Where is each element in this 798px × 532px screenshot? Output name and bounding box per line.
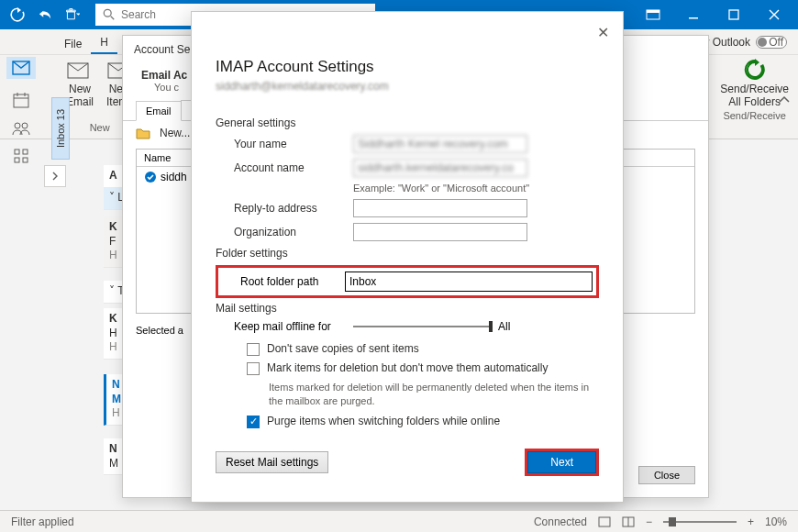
keep-offline-label: Keep mail offline for — [234, 320, 353, 333]
folder-icon — [136, 127, 150, 139]
dialog-title: IMAP Account Settings — [216, 58, 599, 76]
new-account-button[interactable]: New... — [160, 127, 190, 139]
imap-settings-dialog: ✕ IMAP Account Settings siddharth@kernel… — [191, 11, 624, 503]
organization-field[interactable] — [353, 223, 527, 241]
dialog-close-icon[interactable]: ✕ — [592, 21, 614, 43]
zoom-slider[interactable] — [663, 521, 737, 523]
tab-file[interactable]: File — [55, 34, 91, 54]
mark-deletion-checkbox[interactable] — [247, 362, 260, 375]
section-general: General settings — [216, 116, 599, 129]
ribbon-group-sr: Send/Receive — [723, 110, 786, 121]
svg-rect-12 — [15, 150, 19, 154]
module-strip — [4, 33, 39, 163]
maximize-icon[interactable] — [714, 1, 754, 28]
mark-deletion-label: Mark items for deletion but don't move t… — [267, 361, 548, 374]
reset-mail-button[interactable]: Reset Mail settings — [216, 451, 328, 473]
status-bar: Filter applied Connected − + 10% — [0, 510, 798, 532]
zoom-out-icon[interactable]: − — [646, 515, 652, 528]
section-folder: Folder settings — [216, 247, 599, 260]
folder-pane-expand-icon[interactable] — [44, 165, 66, 187]
keep-offline-value: All — [498, 320, 510, 333]
svg-rect-15 — [23, 158, 28, 162]
svg-rect-13 — [23, 150, 28, 154]
svg-rect-2 — [647, 10, 659, 13]
reply-to-field[interactable] — [353, 199, 527, 217]
svg-rect-17 — [599, 517, 610, 526]
close-button[interactable]: Close — [638, 466, 695, 484]
undo-icon[interactable] — [31, 2, 59, 28]
more-apps-icon[interactable] — [14, 149, 28, 163]
svg-rect-4 — [729, 10, 738, 19]
dont-save-checkbox[interactable] — [247, 343, 260, 356]
account-name-field[interactable] — [353, 159, 527, 177]
ribbon-collapse-icon[interactable] — [778, 94, 791, 106]
svg-point-11 — [22, 123, 28, 128]
close-window-icon[interactable] — [754, 1, 794, 28]
ribbon-group-new: New — [90, 122, 110, 133]
refresh-icon[interactable] — [4, 2, 31, 28]
calendar-module-icon[interactable] — [13, 92, 29, 108]
svg-rect-3 — [689, 17, 698, 19]
deletion-note: Items marked for deletion will be perman… — [216, 381, 599, 409]
next-button-highlight: Next — [525, 449, 599, 476]
svg-rect-14 — [15, 158, 19, 162]
keep-offline-slider[interactable] — [353, 326, 491, 327]
reply-to-label: Reply-to address — [234, 202, 353, 215]
svg-point-0 — [104, 9, 111, 17]
new-outlook-toggle[interactable]: Off — [756, 36, 787, 49]
purge-checkbox[interactable]: ✓ — [247, 416, 260, 428]
organization-label: Organization — [234, 226, 353, 238]
dialog-subtitle: siddharth@kerneldatarecovery.com — [216, 80, 599, 93]
your-name-label: Your name — [234, 138, 353, 150]
inbox-tab-vertical[interactable]: Inbox 13 — [51, 97, 70, 160]
view-normal-icon[interactable] — [598, 516, 611, 527]
people-module-icon[interactable] — [12, 121, 30, 136]
account-name-hint: Example: "Work" or "Microsoft account" — [216, 183, 599, 194]
zoom-in-icon[interactable]: + — [748, 515, 754, 528]
status-connected: Connected — [534, 515, 587, 528]
purge-label: Purge items when switching folders while… — [267, 415, 500, 427]
account-name-label: Account name — [234, 161, 353, 174]
root-folder-label: Root folder path — [222, 275, 345, 288]
mail-module-icon[interactable] — [6, 57, 36, 79]
svg-point-10 — [15, 123, 20, 128]
delete-dropdown-icon[interactable] — [59, 2, 86, 28]
root-folder-field[interactable] — [345, 272, 593, 292]
view-reading-icon[interactable] — [622, 516, 635, 527]
check-icon — [144, 171, 157, 183]
status-filter: Filter applied — [11, 515, 74, 528]
zoom-value: 10% — [765, 515, 787, 528]
root-folder-highlight: Root folder path — [216, 265, 599, 298]
tab-home[interactable]: H — [91, 32, 117, 54]
next-button[interactable]: Next — [527, 451, 596, 473]
svg-rect-9 — [14, 94, 28, 107]
dont-save-label: Don't save copies of sent items — [267, 342, 419, 355]
section-mail: Mail settings — [216, 302, 599, 315]
minimize-icon[interactable] — [673, 1, 714, 28]
tab-email[interactable]: Email — [136, 101, 182, 121]
ribbon-display-icon[interactable] — [633, 1, 673, 28]
your-name-field[interactable] — [353, 135, 527, 153]
